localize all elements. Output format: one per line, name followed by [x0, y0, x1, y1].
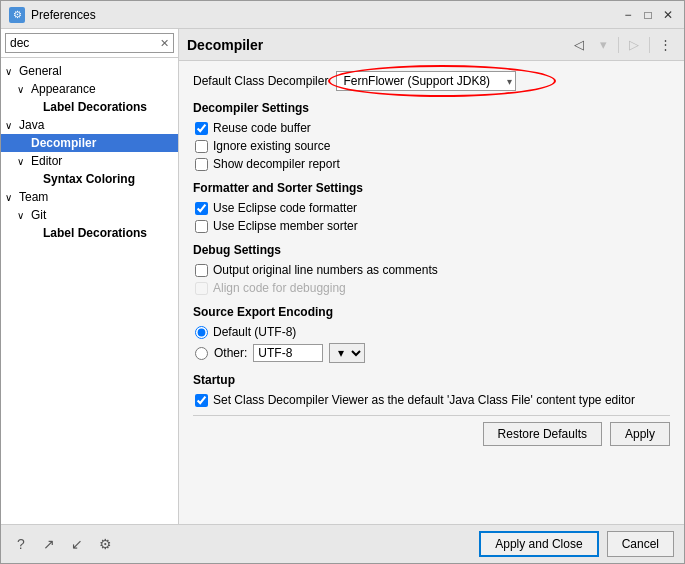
toolbar-menu-button[interactable]: ⋮ [654, 34, 676, 56]
startup-title: Startup [193, 373, 670, 387]
use-eclipse-member-label: Use Eclipse member sorter [213, 219, 358, 233]
close-button[interactable]: ✕ [660, 7, 676, 23]
main-content: ✕ ∨ General ∨ Appearance Label Decoratio… [1, 29, 684, 524]
output-line-numbers-label: Output original line numbers as comments [213, 263, 438, 277]
other-encoding-radio[interactable] [195, 347, 208, 360]
align-code-label: Align code for debugging [213, 281, 346, 295]
tree-item-team[interactable]: ∨ Team [1, 188, 178, 206]
toolbar-back-button[interactable]: ◁ [568, 34, 590, 56]
default-encoding-label: Default (UTF-8) [213, 325, 296, 339]
toolbar-forward-button[interactable]: ▷ [623, 34, 645, 56]
minimize-button[interactable]: − [620, 7, 636, 23]
default-encoding-radio[interactable] [195, 326, 208, 339]
bottom-bar: ? ↗ ↙ ⚙ Apply and Close Cancel [1, 524, 684, 563]
restore-defaults-button[interactable]: Restore Defaults [483, 422, 602, 446]
cancel-button[interactable]: Cancel [607, 531, 674, 557]
tree-item-appearance[interactable]: ∨ Appearance [1, 80, 178, 98]
align-code-row: Align code for debugging [193, 281, 670, 295]
tree-item-git[interactable]: ∨ Git [1, 206, 178, 224]
ignore-existing-checkbox[interactable] [195, 140, 208, 153]
other-encoding-select[interactable]: ▾ [329, 343, 365, 363]
align-code-checkbox[interactable] [195, 282, 208, 295]
decompiler-dropdown[interactable]: FernFlower (Support JDK8) [336, 71, 516, 91]
show-report-row: Show decompiler report [193, 157, 670, 171]
tree-item-java[interactable]: ∨ Java [1, 116, 178, 134]
toolbar-separator [618, 37, 619, 53]
default-decompiler-row: Default Class Decompiler FernFlower (Sup… [193, 71, 670, 91]
right-panel: Decompiler ◁ ▾ ▷ ⋮ Default Class Decompi… [179, 29, 684, 524]
default-encoding-row: Default (UTF-8) [193, 325, 670, 339]
decompiler-settings-title: Decompiler Settings [193, 101, 670, 115]
show-report-label: Show decompiler report [213, 157, 340, 171]
output-line-numbers-checkbox[interactable] [195, 264, 208, 277]
use-eclipse-formatter-row: Use Eclipse code formatter [193, 201, 670, 215]
formatter-settings-title: Formatter and Sorter Settings [193, 181, 670, 195]
export-icon-button[interactable]: ↗ [39, 534, 59, 554]
reuse-code-label: Reuse code buffer [213, 121, 311, 135]
window-icon: ⚙ [9, 7, 25, 23]
arrow-general: ∨ [5, 66, 17, 77]
tree-item-decompiler[interactable]: Decompiler [1, 134, 178, 152]
search-clear-button[interactable]: ✕ [160, 37, 169, 50]
other-encoding-label: Other: [214, 346, 247, 360]
set-class-decompiler-label: Set Class Decompiler Viewer as the defau… [213, 393, 635, 407]
tree-item-editor[interactable]: ∨ Editor [1, 152, 178, 170]
use-eclipse-formatter-label: Use Eclipse code formatter [213, 201, 357, 215]
tree-item-label-decorations-appearance[interactable]: Label Decorations [1, 98, 178, 116]
settings-icon-button[interactable]: ⚙ [95, 534, 115, 554]
debug-settings-title: Debug Settings [193, 243, 670, 257]
output-line-numbers-row: Output original line numbers as comments [193, 263, 670, 277]
toolbar-separator-2 [649, 37, 650, 53]
default-decompiler-label: Default Class Decompiler [193, 74, 328, 88]
use-eclipse-formatter-checkbox[interactable] [195, 202, 208, 215]
arrow-appearance: ∨ [17, 84, 29, 95]
preferences-window: ⚙ Preferences − □ ✕ ✕ ∨ General [0, 0, 685, 564]
set-class-decompiler-checkbox[interactable] [195, 394, 208, 407]
apply-and-close-button[interactable]: Apply and Close [479, 531, 598, 557]
tree-item-label-decorations-git[interactable]: Label Decorations [1, 224, 178, 242]
search-box: ✕ [1, 29, 178, 58]
right-body: Default Class Decompiler FernFlower (Sup… [179, 61, 684, 524]
ignore-existing-row: Ignore existing source [193, 139, 670, 153]
reuse-code-checkbox[interactable] [195, 122, 208, 135]
use-eclipse-member-row: Use Eclipse member sorter [193, 219, 670, 233]
right-panel-title: Decompiler [187, 37, 263, 53]
reuse-code-row: Reuse code buffer [193, 121, 670, 135]
help-icon-button[interactable]: ? [11, 534, 31, 554]
window-title: Preferences [31, 8, 96, 22]
tree-area: ∨ General ∨ Appearance Label Decorations… [1, 58, 178, 524]
use-eclipse-member-checkbox[interactable] [195, 220, 208, 233]
left-panel: ✕ ∨ General ∨ Appearance Label Decoratio… [1, 29, 179, 524]
ignore-existing-label: Ignore existing source [213, 139, 330, 153]
toolbar-dropdown-button[interactable]: ▾ [592, 34, 614, 56]
import-icon-button[interactable]: ↙ [67, 534, 87, 554]
title-bar: ⚙ Preferences − □ ✕ [1, 1, 684, 29]
search-input[interactable] [10, 36, 160, 50]
tree-item-general[interactable]: ∨ General [1, 62, 178, 80]
set-class-decompiler-row: Set Class Decompiler Viewer as the defau… [193, 393, 670, 407]
source-export-title: Source Export Encoding [193, 305, 670, 319]
tree-item-syntax-coloring[interactable]: Syntax Coloring [1, 170, 178, 188]
apply-button[interactable]: Apply [610, 422, 670, 446]
right-header: Decompiler ◁ ▾ ▷ ⋮ [179, 29, 684, 61]
show-report-checkbox[interactable] [195, 158, 208, 171]
restore-apply-row: Restore Defaults Apply [193, 415, 670, 446]
other-encoding-input[interactable] [253, 344, 323, 362]
maximize-button[interactable]: □ [640, 7, 656, 23]
other-encoding-row: Other: ▾ [193, 343, 670, 363]
